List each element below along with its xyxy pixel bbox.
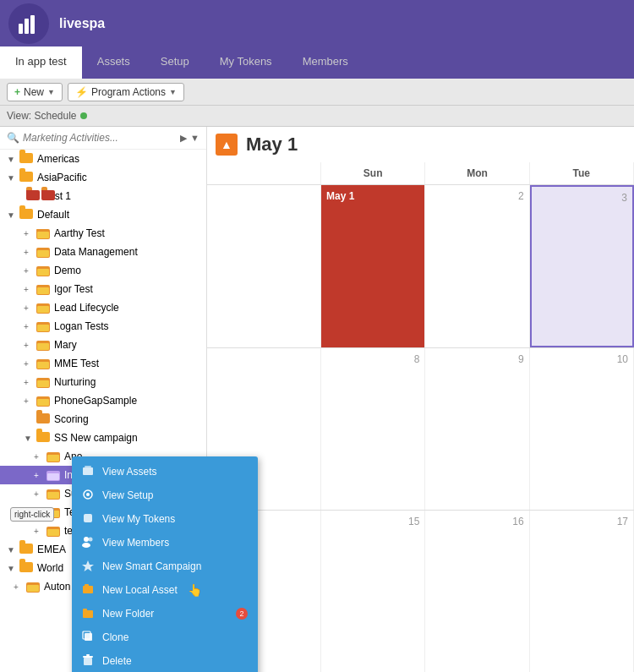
folder-icon (36, 413, 52, 425)
calendar-week-2: 8 9 10 (207, 348, 634, 511)
program-icon (36, 302, 52, 314)
svg-rect-9 (37, 269, 49, 276)
cal-date-9: 9 (430, 353, 523, 365)
cal-cell-may2[interactable]: 2 (425, 185, 529, 347)
setup-icon (82, 489, 96, 502)
svg-rect-17 (37, 343, 49, 350)
tree-item-data-mgmt[interactable]: + Data Management (0, 243, 206, 261)
tab-assets[interactable]: Assets (82, 46, 145, 79)
search-icon: 🔍 (7, 132, 19, 144)
search-input[interactable] (23, 132, 177, 144)
tab-members[interactable]: Members (287, 46, 363, 79)
calendar-title: May 1 (246, 134, 298, 156)
search-dropdown-icon[interactable]: ▼ (190, 133, 199, 143)
expand-icon: + (24, 341, 34, 350)
program-icon (36, 227, 52, 239)
cal-date-10: 10 (535, 353, 628, 365)
expand-icon: + (34, 527, 44, 536)
svg-point-41 (84, 537, 89, 542)
svg-rect-48 (83, 609, 87, 611)
new-button[interactable]: + New ▼ (7, 83, 63, 101)
svg-rect-29 (47, 492, 59, 499)
svg-rect-1 (25, 19, 29, 34)
expand-icon: ▼ (7, 173, 17, 183)
program-icon (46, 469, 62, 481)
right-click-indicator: right-click (10, 507, 54, 522)
app-header: livespa (0, 0, 634, 46)
tree-item-igor-test[interactable]: + Igor Test (0, 280, 206, 298)
context-menu-item-view-setup[interactable]: View Setup (72, 484, 258, 507)
context-menu-item-new-local-asset[interactable]: New Local Asset 👆 (72, 578, 258, 602)
chart-icon (17, 12, 41, 36)
svg-rect-51 (84, 658, 92, 665)
svg-rect-25 (47, 455, 59, 462)
expand-icon: + (24, 322, 34, 331)
tree-item-default[interactable]: ▼ Default (0, 205, 206, 224)
tree-item-americas[interactable]: ▼ Americas (0, 150, 206, 168)
folder-icon (36, 432, 52, 444)
svg-rect-46 (85, 584, 89, 587)
expand-icon: ▼ (7, 155, 17, 164)
calendar-grid: May 1 2 3 8 9 10 (207, 185, 634, 672)
tree-item-ss-new-campaign[interactable]: ▼ SS New campaign (0, 429, 206, 447)
tree-item-mary[interactable]: + Mary (0, 336, 206, 354)
sidebar-search-bar: 🔍 ▶ ▼ (0, 127, 206, 150)
cal-date-3: 3 (537, 192, 627, 204)
tree-item-logan-tests[interactable]: + Logan Tests (0, 317, 206, 336)
context-menu-item-view-assets[interactable]: View Assets (72, 460, 258, 484)
calendar-up-button[interactable]: ▲ (216, 134, 238, 156)
cal-date-2: 2 (430, 190, 523, 202)
program-icon (46, 488, 62, 500)
expand-icon: + (24, 303, 34, 313)
tab-my-tokens[interactable]: My Tokens (205, 46, 287, 79)
cal-cell-may8[interactable]: 8 (321, 348, 425, 511)
cal-cell-may1[interactable]: May 1 (321, 185, 425, 347)
svg-point-42 (89, 538, 93, 542)
tab-in-app-test[interactable]: In app test (0, 46, 82, 79)
cal-cell-may10[interactable]: 10 (530, 348, 634, 511)
cal-day-sun: Sun (321, 162, 425, 184)
svg-rect-11 (37, 287, 49, 294)
svg-rect-2 (30, 15, 35, 34)
svg-rect-15 (37, 325, 49, 331)
cal-cell-may15[interactable]: 15 (321, 511, 425, 672)
tree-item-lead-lifecycle[interactable]: + Lead Lifecycle (0, 298, 206, 317)
context-menu-item-new-smart-campaign[interactable]: New Smart Campaign (72, 555, 258, 578)
delete-icon (82, 654, 96, 668)
context-menu-item-view-tokens[interactable]: View My Tokens (72, 507, 258, 531)
cal-cell-may3[interactable]: 3 (530, 185, 634, 347)
folder-icon (19, 153, 35, 165)
context-menu-item-delete[interactable]: Delete (72, 649, 258, 672)
program-icon (46, 525, 62, 537)
tree-item-aarthy[interactable]: + Aarthy Test (0, 224, 206, 243)
expand-icon: ▼ (7, 564, 17, 573)
calendar-week-1: May 1 2 3 (207, 185, 634, 348)
cal-cell-may17[interactable]: 17 (530, 511, 634, 672)
cal-date-8: 8 (326, 353, 419, 365)
tree-item-scoring[interactable]: Scoring (0, 410, 206, 429)
svg-rect-37 (85, 466, 91, 467)
cal-cell-may9[interactable]: 9 (425, 348, 529, 511)
tree-item-phonegap[interactable]: + PhoneGapSample (0, 391, 206, 410)
context-menu-item-new-folder[interactable]: New Folder 2 (72, 602, 258, 626)
tree-item-nurturing[interactable]: + Nurturing (0, 373, 206, 391)
tree-item-test1[interactable]: Test 1 (0, 187, 206, 205)
program-icon (36, 320, 52, 332)
program-actions-button[interactable]: ⚡ Program Actions ▼ (68, 83, 184, 101)
new-campaign-icon (82, 560, 96, 573)
expand-icon: + (24, 266, 34, 276)
context-menu-item-clone[interactable]: Clone (72, 626, 258, 649)
tree-item-asiapacific[interactable]: ▼ AsiaPacific (0, 168, 206, 187)
cal-cell-week-label (207, 185, 321, 347)
cal-cell-may16[interactable]: 16 (425, 511, 529, 672)
new-dropdown-arrow: ▼ (47, 88, 55, 96)
svg-rect-33 (47, 529, 59, 536)
program-icon (26, 190, 41, 202)
context-menu-item-view-members[interactable]: View Members (72, 531, 258, 555)
calendar-days-header: Sun Mon Tue (207, 162, 634, 185)
tree-item-mme-test[interactable]: + MME Test (0, 354, 206, 373)
cal-date-16: 16 (430, 516, 523, 527)
tree-item-demo[interactable]: + Demo (0, 261, 206, 280)
tab-setup[interactable]: Setup (145, 46, 205, 79)
program-actions-dropdown-arrow: ▼ (169, 88, 177, 96)
